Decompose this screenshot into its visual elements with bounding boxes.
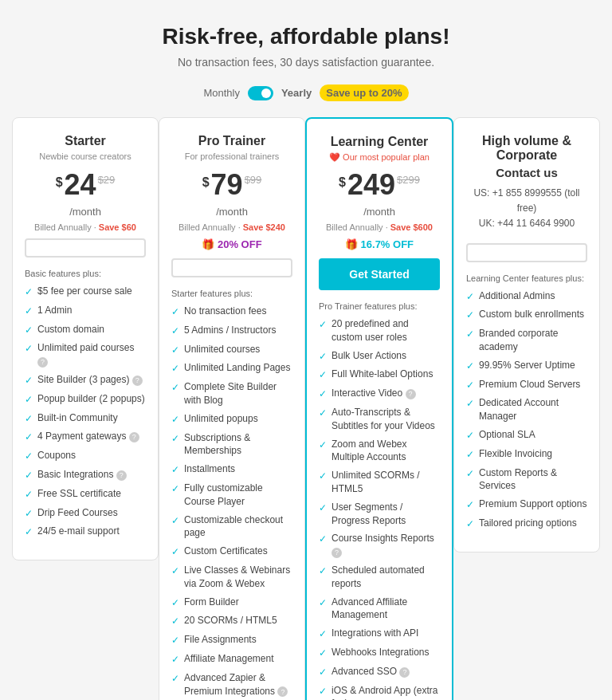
feature-item: ✓ Tailored pricing options [466, 517, 587, 531]
feature-text: Fully customizable Course Player [184, 482, 292, 509]
info-icon[interactable]: ? [277, 686, 288, 697]
check-icon: ✓ [319, 387, 327, 401]
feature-item: ✓ 4 Payment gateways ? [25, 430, 146, 444]
check-icon: ✓ [171, 324, 179, 338]
check-icon: ✓ [171, 596, 179, 610]
feature-item: ✓ Live Classes & Webinars via Zoom & Web… [171, 564, 292, 591]
price-strikethrough: $29 [98, 174, 116, 186]
feature-item: ✓ Drip Feed Courses [25, 506, 146, 521]
price-dollar: $ [202, 175, 210, 190]
feature-text: Advanced Affiliate Management [332, 596, 440, 623]
feature-item: ✓ No transaction fees [171, 305, 292, 319]
price-period: /month [25, 206, 146, 218]
cta-button-pro-trainer[interactable] [171, 258, 292, 277]
feature-text: Branded corporate academy [479, 327, 587, 354]
feature-list-starter: ✓ $5 fee per course sale ✓ 1 Admin ✓ Cus… [25, 285, 146, 539]
discount-badge-pro-trainer: 🎁 20% OFF [171, 238, 292, 250]
feature-text: Basic Integrations ? [37, 468, 127, 482]
feature-text: $5 fee per course sale [37, 285, 132, 298]
check-icon: ✓ [171, 564, 179, 578]
check-icon: ✓ [466, 360, 474, 373]
check-icon: ✓ [171, 344, 179, 357]
check-icon: ✓ [25, 488, 33, 501]
feature-item: ✓ Custom bulk enrollments [466, 308, 587, 322]
check-icon: ✓ [319, 368, 327, 382]
feature-text: Course Insights Reports ? [332, 532, 440, 559]
feature-item: ✓ Premium Cloud Servers [466, 378, 587, 392]
feature-text: Live Classes & Webinars via Zoom & Webex [184, 564, 292, 591]
feature-item: ✓ Basic Integrations ? [25, 468, 146, 482]
price-dollar: $ [56, 175, 63, 190]
feature-item: ✓ Auto-Transcripts & Subtitles for your … [319, 406, 440, 433]
price-block-pro-trainer: $ 79 $99 /month [171, 171, 292, 218]
feature-item: ✓ Premium Support options [466, 497, 587, 512]
check-icon: ✓ [171, 545, 179, 559]
feature-text: Unlimited Landing Pages [184, 361, 290, 375]
feature-text: Dedicated Account Manager [479, 396, 587, 423]
feature-list-corporate: ✓ Additional Admins ✓ Custom bulk enroll… [466, 289, 587, 531]
feature-item: ✓ Installments [171, 462, 292, 477]
price-strikethrough: $299 [397, 174, 420, 186]
feature-item: ✓ Custom domain [25, 323, 146, 337]
feature-item: ✓ 20 SCORMs / HTML5 [171, 614, 292, 628]
check-icon: ✓ [319, 533, 327, 546]
check-icon: ✓ [466, 498, 474, 512]
price-billing-starter: Billed Annually · Save $60 [25, 222, 146, 232]
feature-item: ✓ Affiliate Management [171, 652, 292, 667]
check-icon: ✓ [319, 596, 327, 610]
check-icon: ✓ [319, 666, 327, 679]
feature-item: ✓ iOS & Android App (extra fee) [319, 684, 440, 700]
info-icon[interactable]: ? [116, 470, 127, 481]
feature-item: ✓ Unlimited SCORMs / HTML5 [319, 469, 440, 496]
feature-text: Optional SLA [479, 428, 536, 442]
feature-item: ✓ Unlimited Landing Pages [171, 361, 292, 376]
check-icon: ✓ [25, 412, 33, 426]
plan-name-corporate: High volume & Corporate [466, 134, 587, 163]
feature-text: Premium Cloud Servers [479, 378, 580, 391]
feature-text: Customizable checkout page [184, 513, 292, 541]
feature-text: Built-in Community [37, 411, 118, 425]
feature-text: 20 predefined and custom user roles [332, 317, 440, 344]
feature-item: ✓ Popup builder (2 popups) [25, 392, 146, 407]
billing-toggle: Monthly Yearly Save up to 20% [12, 85, 600, 101]
feature-text: Complete Site Builder with Blog [184, 380, 292, 407]
info-icon[interactable]: ? [399, 667, 410, 678]
check-icon: ✓ [319, 647, 327, 660]
page-title: Risk-free, affordable plans! [12, 24, 600, 49]
info-icon[interactable]: ? [129, 432, 139, 442]
feature-text: Scheduled automated reports [332, 564, 440, 591]
info-icon[interactable]: ? [132, 376, 143, 386]
info-icon[interactable]: ? [332, 548, 342, 558]
check-icon: ✓ [171, 381, 179, 395]
check-icon: ✓ [466, 379, 474, 392]
cta-button-corporate[interactable] [466, 243, 587, 262]
info-icon[interactable]: ? [406, 389, 416, 399]
price-block-learning-center: $ 249 $299 /month [319, 171, 440, 218]
feature-item: ✓ Form Builder [171, 596, 292, 610]
feature-item: ✓ User Segments / Progress Reports [319, 501, 440, 528]
feature-item: ✓ Flexible Invoicing [466, 447, 587, 462]
feature-item: ✓ Custom Certificates [171, 545, 292, 559]
features-label-corporate: Learning Center features plus: [466, 273, 587, 283]
price-billing-learning-center: Billed Annually · Save $600 [319, 222, 440, 232]
plan-name-learning-center: Learning Center [319, 135, 440, 149]
contact-info: US: +1 855 8999555 (toll free)UK: +44 11… [466, 186, 587, 232]
feature-item: ✓ Unlimited popups [171, 412, 292, 427]
check-icon: ✓ [466, 328, 474, 341]
page-subtitle: No transaction fees, 30 days satisfactio… [12, 56, 600, 69]
feature-text: Interactive Video ? [332, 387, 416, 400]
cta-button-starter[interactable] [25, 238, 146, 258]
feature-text: Webhooks Integrations [332, 646, 430, 659]
check-icon: ✓ [25, 393, 33, 407]
billing-toggle-switch[interactable] [248, 86, 273, 100]
check-icon: ✓ [25, 507, 33, 521]
feature-text: Popup builder (2 popups) [37, 392, 145, 406]
info-icon[interactable]: ? [37, 357, 48, 368]
cta-button-learning-center[interactable]: Get Started [319, 258, 440, 290]
check-icon: ✓ [319, 407, 327, 420]
feature-text: Integrations with API [332, 627, 418, 640]
discount-badge-learning-center: 🎁 16.7% OFF [319, 238, 440, 250]
feature-item: ✓ 99.95% Server Uptime [466, 359, 587, 373]
feature-item: ✓ 5 Admins / Instructors [171, 324, 292, 338]
check-icon: ✓ [171, 653, 179, 667]
